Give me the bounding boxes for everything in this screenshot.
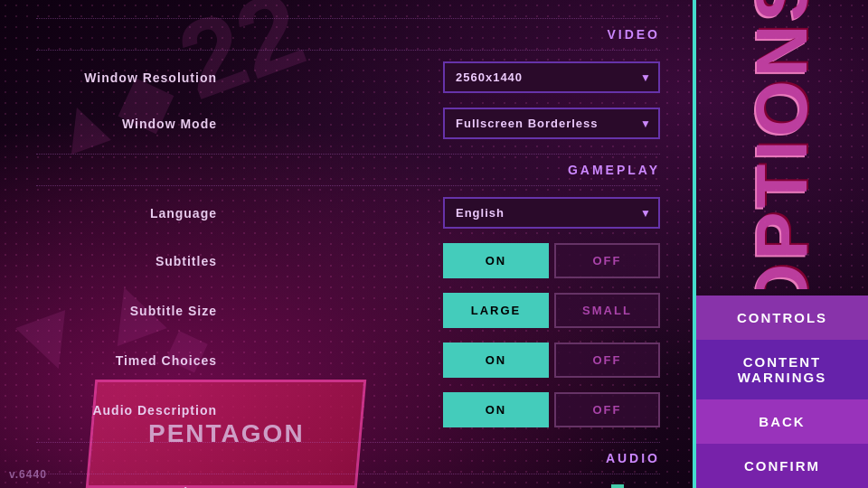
subtitle-size-small-button[interactable]: SMALL [554, 293, 660, 328]
subtitle-size-toggle-group: LARGE SMALL [443, 293, 660, 328]
subtitles-off-button[interactable]: OFF [554, 243, 660, 278]
gameplay-section-header: GAMEPLAY [36, 154, 660, 186]
controls-button[interactable]: CONTROLS [696, 296, 868, 340]
window-mode-label: Window Mode [36, 117, 217, 131]
version-text: v.6440 [9, 468, 47, 481]
language-dropdown-wrapper: English Spanish French German ▼ [443, 197, 660, 229]
timed-choices-toggle-group: ON OFF [443, 343, 660, 378]
window-mode-dropdown-wrapper: Fullscreen Borderless Windowed Fullscree… [443, 108, 660, 139]
subtitle-size-row: Subtitle Size LARGE SMALL [36, 286, 660, 335]
options-title-area: OPTIONS [696, 0, 868, 289]
timed-choices-off-button[interactable]: OFF [554, 343, 660, 378]
window-resolution-dropdown[interactable]: 2560x1440 1920x1080 3840x2160 [443, 61, 660, 93]
subtitles-on-button[interactable]: ON [443, 243, 549, 278]
subtitles-toggle-group: ON OFF [443, 243, 660, 278]
video-section-header: VIDEO [36, 18, 660, 51]
window-resolution-row: Window Resolution 2560x1440 1920x1080 38… [36, 54, 660, 100]
subtitle-size-large-button[interactable]: LARGE [443, 293, 549, 328]
subtitles-row: Subtitles ON OFF [36, 236, 660, 286]
audio-description-row: Audio Description ON OFF [36, 385, 660, 435]
master-volume-row: Master Volume 100 [36, 478, 660, 488]
language-label: Language [36, 206, 217, 221]
language-row: Language English Spanish French German ▼ [36, 190, 660, 236]
window-resolution-label: Window Resolution [36, 70, 217, 85]
window-mode-row: Window Mode Fullscreen Borderless Window… [36, 100, 660, 146]
audio-description-on-button[interactable]: ON [443, 392, 549, 427]
settings-panel: VIDEO Window Resolution 2560x1440 1920x1… [0, 0, 696, 488]
back-button[interactable]: BACK [696, 399, 868, 444]
confirm-button[interactable]: CONFIRM [696, 444, 868, 488]
audio-description-label: Audio Description [36, 403, 217, 418]
audio-section-header: AUDIO [36, 442, 660, 474]
window-mode-dropdown[interactable]: Fullscreen Borderless Windowed Fullscree… [443, 108, 660, 139]
timed-choices-on-button[interactable]: ON [443, 343, 549, 378]
content-warnings-button[interactable]: CONTENT WARNINGS [696, 340, 868, 399]
subtitle-size-label: Subtitle Size [36, 304, 217, 318]
subtitles-label: Subtitles [36, 254, 217, 268]
audio-description-toggle-group: ON OFF [443, 392, 660, 427]
audio-description-off-button[interactable]: OFF [554, 392, 660, 427]
options-title-text: OPTIONS [741, 0, 824, 289]
timed-choices-label: Timed Choices [36, 353, 217, 368]
sidebar-buttons: CONTROLS CONTENT WARNINGS BACK CONFIRM [696, 296, 868, 488]
timed-choices-row: Timed Choices ON OFF [36, 335, 660, 385]
language-dropdown[interactable]: English Spanish French German [443, 197, 660, 229]
window-resolution-dropdown-wrapper: 2560x1440 1920x1080 3840x2160 ▼ [443, 61, 660, 93]
